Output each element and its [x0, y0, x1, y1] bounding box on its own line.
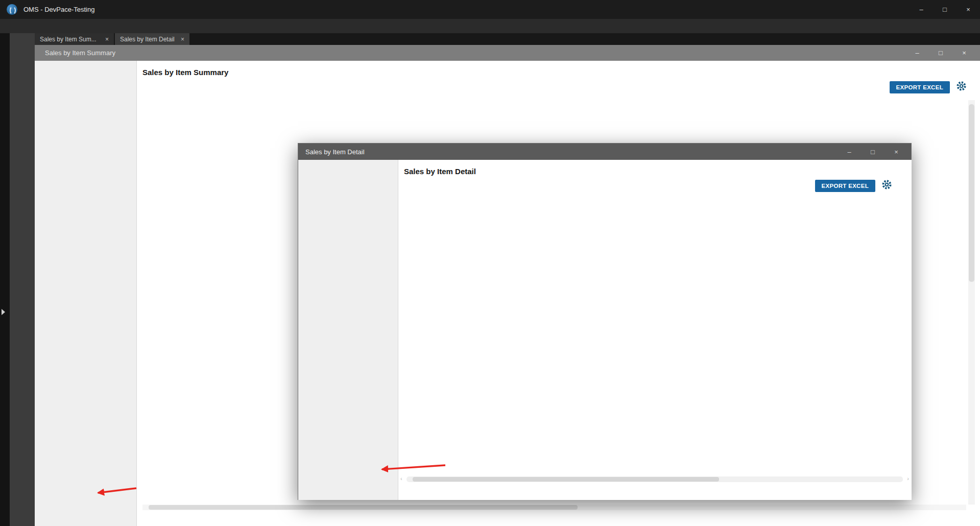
summary-close-button[interactable]: × — [952, 45, 976, 61]
scroll-left-icon[interactable]: ‹ — [400, 475, 402, 482]
tab-label: Sales by Item Sum... — [40, 36, 97, 43]
summary-page-title: Sales by Item Summary — [142, 68, 228, 77]
grid-settings-gear-icon[interactable] — [956, 81, 967, 93]
scrollbar-thumb[interactable] — [969, 104, 974, 282]
application-window: OMS - DevPace-Testing – □ × Sales by Ite… — [0, 0, 980, 526]
tab-sales-by-item-detail[interactable]: Sales by Item Detail × — [115, 33, 189, 45]
app-titlebar: OMS - DevPace-Testing – □ × — [0, 0, 980, 19]
left-edge-strip — [0, 33, 10, 526]
tab-close-icon[interactable]: × — [100, 36, 109, 43]
app-logo-icon — [7, 4, 17, 15]
summary-window-title: Sales by Item Summary — [45, 49, 115, 57]
app-maximize-button[interactable]: □ — [933, 0, 957, 19]
summary-window-titlebar: Sales by Item Summary – □ × — [35, 45, 980, 61]
detail-close-button[interactable]: × — [885, 144, 908, 160]
summary-vertical-scrollbar — [968, 100, 975, 505]
summary-filters-panel — [35, 61, 137, 526]
left-icon-sidebar — [10, 33, 35, 526]
detail-minimize-button[interactable]: – — [838, 144, 861, 160]
app-title: OMS - DevPace-Testing — [23, 6, 94, 13]
app-close-button[interactable]: × — [957, 0, 980, 19]
detail-dialog-title: Sales by Item Detail — [305, 148, 365, 156]
detail-dialog-titlebar: Sales by Item Detail – □ × — [298, 144, 911, 160]
document-tabbar: Sales by Item Sum... × Sales by Item Det… — [35, 33, 980, 45]
expand-panel-arrow-icon[interactable] — [2, 309, 5, 315]
sales-by-item-detail-dialog: Sales by Item Detail – □ × Sales by Item… — [298, 143, 912, 500]
detail-maximize-button[interactable]: □ — [861, 144, 885, 160]
scroll-right-icon[interactable]: › — [907, 475, 909, 482]
summary-horizontal-scrollbar — [142, 505, 966, 510]
detail-horizontal-scrollbar: ‹ › — [407, 476, 903, 482]
tab-label: Sales by Item Detail — [120, 36, 175, 43]
tab-sales-by-item-summary[interactable]: Sales by Item Sum... × — [35, 33, 114, 45]
grid-settings-gear-icon[interactable] — [881, 179, 892, 192]
main-menubar — [0, 19, 980, 33]
summary-minimize-button[interactable]: – — [905, 45, 929, 61]
summary-restore-button[interactable]: □ — [929, 45, 952, 61]
detail-content-area: Sales by Item Detail EXPORT EXCEL ‹ › — [398, 160, 912, 500]
export-excel-button[interactable]: EXPORT EXCEL — [890, 81, 950, 93]
detail-page-title: Sales by Item Detail — [404, 167, 476, 176]
scrollbar-thumb[interactable] — [149, 505, 578, 510]
detail-filters-panel — [298, 160, 398, 500]
scrollbar-thumb[interactable] — [413, 477, 719, 482]
app-minimize-button[interactable]: – — [910, 0, 933, 19]
tab-close-icon[interactable]: × — [176, 36, 184, 43]
export-excel-button[interactable]: EXPORT EXCEL — [815, 180, 875, 192]
